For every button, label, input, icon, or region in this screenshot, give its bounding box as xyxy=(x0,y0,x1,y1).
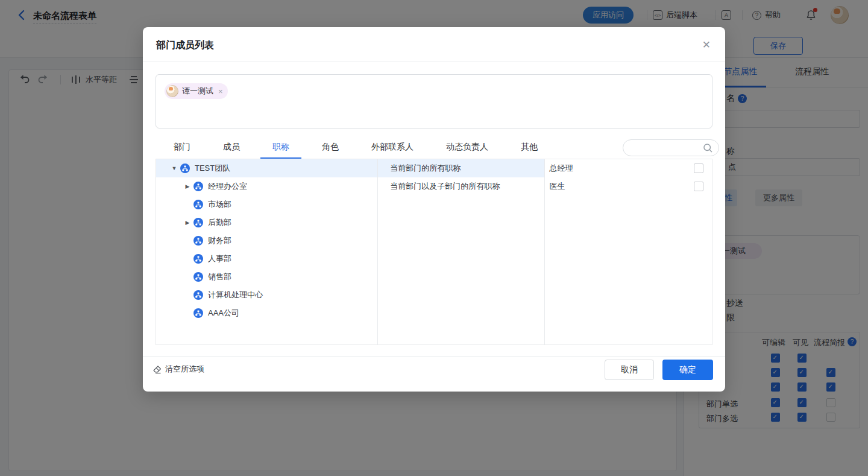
caret-right-icon[interactable]: ▶ xyxy=(184,220,191,226)
tab-other[interactable]: 其他 xyxy=(521,136,538,159)
tab-job-title[interactable]: 职称 xyxy=(272,136,289,159)
tab-role[interactable]: 角色 xyxy=(322,136,339,159)
department-icon xyxy=(193,236,203,246)
tab-dynamic-owner[interactable]: 动态负责人 xyxy=(446,136,488,159)
tab-department[interactable]: 部门 xyxy=(174,136,190,159)
tree-item[interactable]: 人事部 xyxy=(156,250,377,268)
department-tree: ▼ TEST团队 ▶ 经理办公室 市场部 ▶ 后勤部 xyxy=(156,159,378,344)
clear-selection-button[interactable]: 清空所选项 xyxy=(153,364,204,375)
tree-item[interactable]: ▶ 经理办公室 xyxy=(156,177,377,195)
tree-item[interactable]: ▶ 后勤部 xyxy=(156,214,377,232)
dialog-header: 部门成员列表 ✕ xyxy=(143,27,725,62)
scope-list: 当前部门的所有职称 当前部门以及子部门的所有职称 xyxy=(378,159,544,344)
department-member-dialog: 部门成员列表 ✕ 谭一测试 × 部门 成员 职称 角色 外部联系人 动态负责人 … xyxy=(143,27,725,392)
tree-item[interactable]: AAA公司 xyxy=(156,304,377,322)
selector-panel: ▼ TEST团队 ▶ 经理办公室 市场部 ▶ 后勤部 xyxy=(156,159,712,345)
dialog-footer: 清空所选项 取消 确定 xyxy=(143,356,725,392)
department-icon xyxy=(193,290,203,300)
cancel-button[interactable]: 取消 xyxy=(605,360,654,380)
list-item[interactable]: 当前部门的所有职称 xyxy=(378,159,544,177)
list-item[interactable]: 总经理 xyxy=(545,159,712,177)
dialog-tabs: 部门 成员 职称 角色 外部联系人 动态负责人 其他 xyxy=(156,136,602,159)
member-avatar xyxy=(166,85,178,97)
department-icon xyxy=(180,163,190,173)
member-name: 谭一测试 xyxy=(182,86,213,97)
search-box[interactable] xyxy=(623,139,719,156)
department-icon xyxy=(193,272,203,282)
selected-member-chip[interactable]: 谭一测试 × xyxy=(165,83,228,99)
department-icon xyxy=(193,182,203,191)
job-title-list: 总经理 医生 xyxy=(545,159,712,344)
dialog-title: 部门成员列表 xyxy=(156,39,214,52)
list-item[interactable]: 当前部门以及子部门的所有职称 xyxy=(378,177,544,195)
tab-external-contact[interactable]: 外部联系人 xyxy=(371,136,414,159)
search-input[interactable] xyxy=(631,142,704,155)
caret-right-icon[interactable]: ▶ xyxy=(184,183,191,189)
tree-item[interactable]: 市场部 xyxy=(156,195,377,214)
clear-icon xyxy=(153,365,162,374)
department-icon xyxy=(193,308,203,318)
caret-down-icon[interactable]: ▼ xyxy=(171,165,178,171)
department-icon xyxy=(193,218,203,227)
department-icon xyxy=(193,200,203,209)
tree-item[interactable]: 财务部 xyxy=(156,232,377,250)
tree-item[interactable]: ▼ TEST团队 xyxy=(156,159,377,177)
tab-member[interactable]: 成员 xyxy=(223,136,240,159)
checkbox[interactable] xyxy=(694,182,703,191)
list-item[interactable]: 医生 xyxy=(545,177,712,195)
tree-item[interactable]: 销售部 xyxy=(156,268,377,286)
confirm-button[interactable]: 确定 xyxy=(662,360,713,380)
checkbox[interactable] xyxy=(694,163,703,173)
remove-icon[interactable]: × xyxy=(218,87,223,96)
selected-members-box[interactable]: 谭一测试 × xyxy=(156,74,712,129)
department-icon xyxy=(193,254,203,264)
search-icon xyxy=(703,143,713,153)
close-icon[interactable]: ✕ xyxy=(702,39,711,51)
tree-item[interactable]: 计算机处理中心 xyxy=(156,286,377,304)
